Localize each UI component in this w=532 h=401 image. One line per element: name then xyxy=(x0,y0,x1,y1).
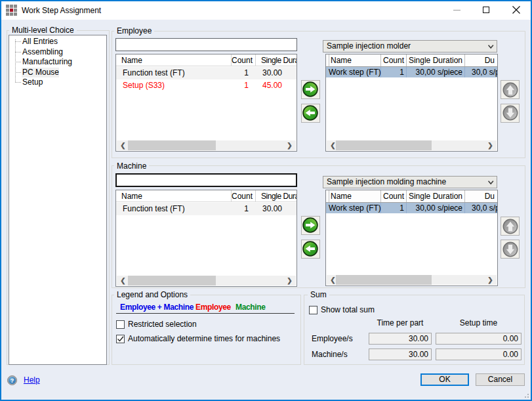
svg-text:?: ? xyxy=(10,377,14,384)
